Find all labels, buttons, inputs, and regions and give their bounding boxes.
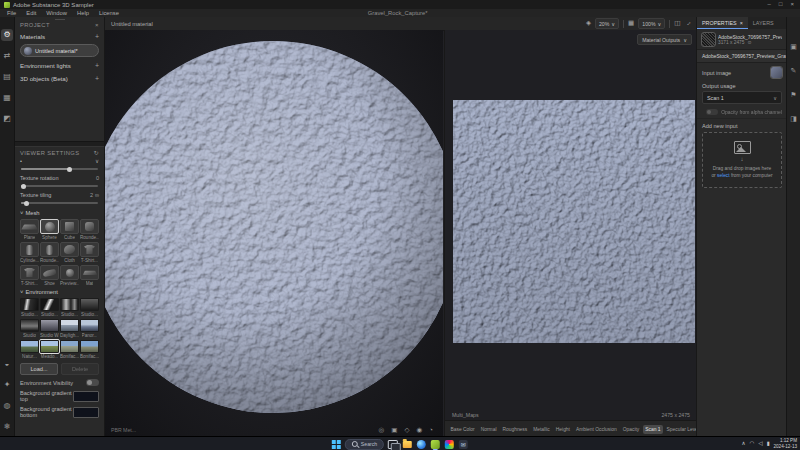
volume-icon[interactable]: ◁ [758,441,762,447]
channel-roughness[interactable]: Roughness [500,425,530,434]
add-environment-light-button[interactable]: + [95,62,99,69]
mesh-option-sphere[interactable]: Sphere [40,219,59,240]
mesh-option-rounded-cylinder[interactable]: Rounde... [40,242,59,263]
project-close-icon[interactable]: × [95,22,99,28]
environment-collapse-icon[interactable]: ˅ [20,289,23,295]
wireframe-icon[interactable]: ◇ [404,426,409,434]
photos-app-icon[interactable] [444,439,454,449]
menu-window[interactable]: Window [46,10,67,16]
account-icon[interactable]: ◩ [1,113,13,125]
edge-browser-icon[interactable] [416,439,426,449]
materials-section[interactable]: Materials + [15,30,104,43]
mesh-option-mat[interactable]: Mat [80,265,99,286]
mesh-option-cylinder[interactable]: Cylinde... [20,242,39,263]
output-usage-dropdown[interactable]: Scan 1 ∨ [702,91,782,104]
viewport-tab-untitled-material[interactable]: Untitled material [111,21,153,27]
3d-viewport[interactable]: PBR Met... ◎ ▣ ◇ ◉ ◔ [105,30,443,437]
material-outputs-dropdown[interactable]: Material Outputs ∨ [637,34,692,45]
load-environment-button[interactable]: Load... [20,363,58,375]
environment-option[interactable]: Panor... [80,319,99,338]
environment-lights-section[interactable]: Environment lights + [15,59,104,72]
sampler-app-icon[interactable] [430,439,440,449]
environment-option[interactable]: Dayligh... [60,319,79,338]
environment-option[interactable]: Studio W... [40,319,59,338]
input-image-thumbnail[interactable] [771,67,782,78]
environment-option[interactable]: Studio [20,319,39,338]
material-item-untitled[interactable]: Untitled material* [20,44,99,57]
2d-zoom-dropdown[interactable]: 100% ∨ [638,18,665,29]
edit-icon[interactable]: ✎ [791,67,797,75]
environment-option[interactable]: Natur... [20,340,39,359]
layer-item[interactable]: AdobeStock_70696757_Preview_Cr... 3171 x… [697,29,787,49]
material-ball-icon[interactable]: ◉ [416,426,422,434]
document-tab[interactable]: Gravel_Rock_Capture* [368,10,428,16]
channel-opacity[interactable]: Opacity [620,425,642,434]
environment-option[interactable]: Studio... [20,298,39,317]
objects-section[interactable]: 3D objects (Beta) + [15,72,104,85]
channel-normal[interactable]: Normal [478,425,499,434]
link-icon[interactable]: ∞ [95,192,99,198]
environment-option[interactable]: Bonifac... [60,340,79,359]
mesh-option-rounded-cube[interactable]: Rounde... [80,219,99,240]
mesh-option-preview-sphere[interactable]: Preview... [60,265,79,286]
flag-icon[interactable]: ⚑ [790,91,796,99]
menu-file[interactable]: File [7,10,16,16]
expand-view-icon[interactable]: ↔ [683,19,692,28]
camera-icon[interactable]: ▣ [391,426,397,434]
environment-option[interactable]: Studio... [80,298,99,317]
channel-metallic[interactable]: Metallic [531,425,553,434]
close-button[interactable]: × [790,0,794,9]
file-explorer-icon[interactable] [402,439,412,449]
2d-view-icon[interactable]: ▦ [628,20,634,27]
orbit-icon[interactable]: ◔ [429,426,433,434]
environment-option[interactable]: Bonifac... [80,340,99,359]
texture-tiling-slider[interactable] [21,202,98,204]
system-clock[interactable]: 1:12 PM 2024-12-13 [774,438,798,449]
tab-layers[interactable]: LAYERS [748,17,779,29]
split-view-icon[interactable]: ◫ [674,20,680,27]
texture-map-preview[interactable] [453,100,695,343]
settings-icon[interactable]: ⚙ [1,29,13,41]
mesh-option-cube[interactable]: Cube [60,219,79,240]
material-preview-sphere[interactable] [105,41,443,413]
snowflake-icon[interactable]: ❄ [1,421,13,433]
start-button[interactable] [332,440,341,449]
channel-base-color[interactable]: Base Color [448,425,477,434]
visibility-eye-icon[interactable]: ⊙ [747,40,751,45]
mesh-collapse-icon[interactable]: ˅ [20,210,23,216]
palette-icon[interactable]: ◒ [1,358,13,370]
3d-zoom-dropdown[interactable]: 20% ∨ [595,18,619,29]
dropzone-select-link[interactable]: select [717,173,730,178]
image-drop-zone[interactable]: ↓ Drag and drop images here or select fr… [702,132,782,188]
channel-scan-1[interactable]: Scan 1 [643,425,663,434]
channel-specular-level[interactable]: Specular Level [664,425,697,434]
add-material-button[interactable]: + [95,33,99,40]
mesh-option-tshirt-2[interactable]: T-Shirt... [20,265,39,286]
tray-chevron-icon[interactable]: ∧ [741,441,745,447]
mesh-option-cloth[interactable]: Cloth [60,242,79,263]
task-view-icon[interactable] [388,439,398,449]
chevron-down-icon[interactable]: ∨ [95,158,99,164]
viewer-icon[interactable]: ▦ [1,92,13,104]
maximize-button[interactable]: □ [779,0,783,9]
add-object-button[interactable]: + [95,75,99,82]
environment-option[interactable]: Studio... [60,298,79,317]
close-tab-icon[interactable]: × [740,20,743,26]
export-icon[interactable]: ◨ [790,115,797,123]
tab-properties[interactable]: PROPERTIES × [697,17,748,29]
mesh-option-shoe[interactable]: Shoe [40,265,59,286]
assets-icon[interactable]: ▤ [1,71,13,83]
menu-help[interactable]: Help [77,10,89,16]
search-input[interactable]: Search [345,439,384,450]
texture-rotation-slider[interactable] [21,185,98,187]
background-gradient-top-swatch[interactable] [73,391,99,402]
mesh-option-plane[interactable]: Plane [20,219,39,240]
effects-icon[interactable]: ✦ [1,379,13,391]
globe-icon[interactable]: ◍ [1,400,13,412]
3d-view-icon[interactable]: ◈ [586,20,591,27]
channel-height[interactable]: Height [553,425,572,434]
menu-license[interactable]: License [99,10,119,16]
menu-edit[interactable]: Edit [26,10,36,16]
reset-icon[interactable]: ↻ [94,149,99,156]
mesh-option-tshirt[interactable]: T-Shirt... [80,242,99,263]
